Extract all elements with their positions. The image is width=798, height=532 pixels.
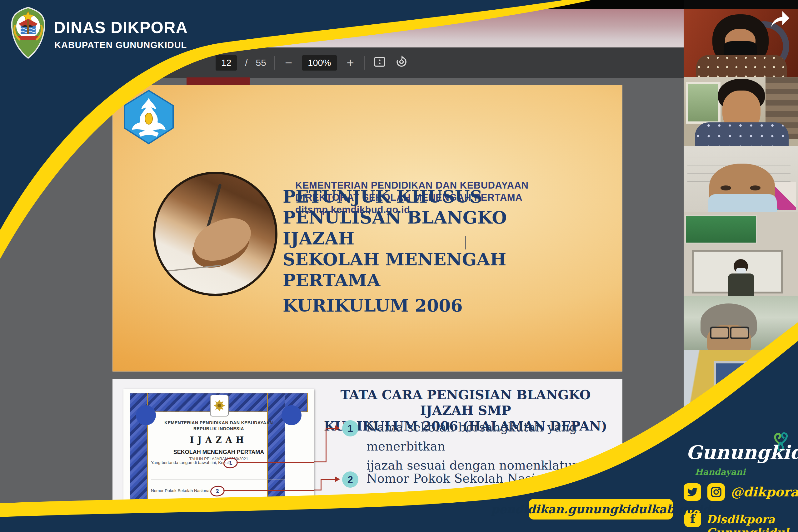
title-line-3: SEKOLAH MENENGAH PERTAMA xyxy=(283,249,551,291)
cert-header2: REPUBLIK INDONESIA xyxy=(142,426,295,431)
connector-line xyxy=(326,428,327,462)
cert-field-number: 4 xyxy=(169,523,185,532)
zoom-out-button[interactable]: − xyxy=(283,57,294,69)
cert-header1: KEMENTERIAN PENDIDIKAN DAN KEBUDAYAAN xyxy=(142,420,295,425)
agency-subtitle: KABUPATEN GUNUNGKIDUL xyxy=(54,40,187,50)
zoom-in-button[interactable]: + xyxy=(345,57,356,69)
page-total: 55 xyxy=(256,57,266,68)
participant-video-6[interactable] xyxy=(684,350,798,419)
connector-arrow xyxy=(335,476,340,482)
list-item: 1 Nama sekolah bersangkutan yang menerbi… xyxy=(342,420,622,475)
participant-face-mask xyxy=(736,268,746,273)
gunungkidul-regency-crest-icon xyxy=(9,6,48,61)
website-badge[interactable]: pendidikan.gunungkidulkab.go.id xyxy=(529,499,673,519)
participant-video-5[interactable] xyxy=(684,296,798,350)
fit-page-icon[interactable] xyxy=(373,55,386,71)
paper-line-in-photo xyxy=(168,265,221,272)
facebook-page-name: Disdikpora Gunungkidul xyxy=(706,513,798,532)
slide-top-fragment xyxy=(186,77,250,86)
item3-line2: mencoret) me xyxy=(366,522,622,532)
hand-in-photo xyxy=(188,210,257,269)
website-url: pendidikan.gunungkidulkab.go.id xyxy=(491,502,711,516)
title-line-1: PETUNJUK KHUSUS xyxy=(283,186,551,207)
text-cursor xyxy=(465,236,466,249)
cert-subtitle: SEKOLAH MENENGAH PERTAMA xyxy=(142,449,295,456)
participant-body xyxy=(728,273,754,296)
cert-field-label: Kabupaten/Kota xyxy=(151,511,181,516)
slide-page-12: KEMENTERIAN PENDIDIKAN DAN KEBUDAYAAN DI… xyxy=(112,85,622,372)
toolbar-divider xyxy=(274,56,275,70)
cert-red-line xyxy=(183,528,248,529)
item-number-badge: 3 xyxy=(342,506,358,522)
participant-glasses xyxy=(710,327,729,339)
connector-arrow xyxy=(335,511,340,516)
slide2-title-line1: TATA CARA PENGISIAN BLANGKO IJAZAH SMP xyxy=(315,387,616,418)
cert-red-line xyxy=(223,490,314,491)
connector-line xyxy=(314,461,326,462)
item-text: Nama sekolah bersangkutan yang menerbitk… xyxy=(366,418,622,475)
agency-name: DINAS DIKPORA xyxy=(54,18,188,37)
participant-batik-shirt xyxy=(695,122,788,146)
item-number-badge: 2 xyxy=(342,471,358,488)
participant-eye xyxy=(721,186,731,190)
zoom-level-input[interactable]: 100% xyxy=(302,55,337,71)
social-handle: @dikpora_gk xyxy=(730,484,798,499)
garuda-emblem-icon xyxy=(210,395,229,417)
cert-red-line xyxy=(237,462,314,463)
connector-arrow xyxy=(335,425,340,431)
slide-main-title: PETUNJUK KHUSUS PENULISAN BLANGKO IJAZAH… xyxy=(283,186,551,316)
cert-field-number: 2 xyxy=(210,485,225,497)
rotate-page-icon[interactable] xyxy=(395,55,409,71)
window-decor xyxy=(686,82,721,124)
instagram-icon[interactable] xyxy=(707,483,725,501)
cert-field-label: Provinsi xyxy=(151,526,166,531)
writing-hand-photo xyxy=(153,172,277,296)
participant-glasses xyxy=(730,327,749,339)
toolbar-divider xyxy=(364,56,365,70)
connector-line xyxy=(314,513,337,514)
gunungkidul-footer-tagline: Handayani xyxy=(687,467,753,477)
video-conference-screen: 12 / 55 − 100% + xyxy=(0,0,798,532)
gunungkidul-footer-logo: Gunungkidul xyxy=(686,441,789,463)
cert-note: menerangkan bahwa xyxy=(252,526,287,530)
participant-video-4[interactable] xyxy=(684,212,798,296)
list-item: 2 Nomor Pokok Sekolah Nasional (NPSN) xyxy=(342,471,622,488)
top-black-bar xyxy=(0,0,798,9)
participant-batik-shirt xyxy=(696,55,787,77)
ijazah-certificate-image: KEMENTERIAN PENDIDIKAN DAN KEBUDAYAAN RE… xyxy=(123,389,314,532)
item-number-badge: 1 xyxy=(342,420,358,436)
participant-eye xyxy=(750,186,761,190)
pdf-toolbar: 12 / 55 − 100% + xyxy=(0,48,684,78)
cert-red-line xyxy=(198,513,314,514)
kemdikbud-tutwuri-logo-icon xyxy=(122,89,176,146)
page-separator: / xyxy=(245,57,248,68)
participant-video-3[interactable] xyxy=(684,146,798,212)
cert-blank-line xyxy=(151,479,285,480)
title-line-2: PENULISAN BLANGKO IJAZAH xyxy=(283,207,551,249)
twitter-icon[interactable] xyxy=(684,483,701,501)
connector-line xyxy=(321,479,322,491)
cert-field-number: 3 xyxy=(184,508,200,520)
item-text: Nomor Pokok Sekolah Nasional (NPSN) xyxy=(366,469,622,488)
cert-field-label: Yang bertanda tangan di bawah ini, Kepal… xyxy=(151,460,231,465)
page-number-input[interactable]: 12 xyxy=(216,55,237,71)
connector-line xyxy=(321,479,337,480)
participant-head xyxy=(752,380,792,419)
cert-title: IJAZAH xyxy=(142,435,295,445)
cert-field-label: Nomor Pokok Sekolah Nasional xyxy=(151,488,211,493)
title-line-4: KURIKULUM 2006 xyxy=(283,295,551,316)
share-arrow-icon[interactable] xyxy=(769,9,791,30)
green-banner-decor xyxy=(685,215,757,244)
item1-line1: Nama sekolah bersangkutan yang menerbitk… xyxy=(366,418,622,456)
participant-face-mask xyxy=(708,194,777,212)
connector-line xyxy=(314,490,321,491)
participant-video-2[interactable] xyxy=(684,77,798,146)
